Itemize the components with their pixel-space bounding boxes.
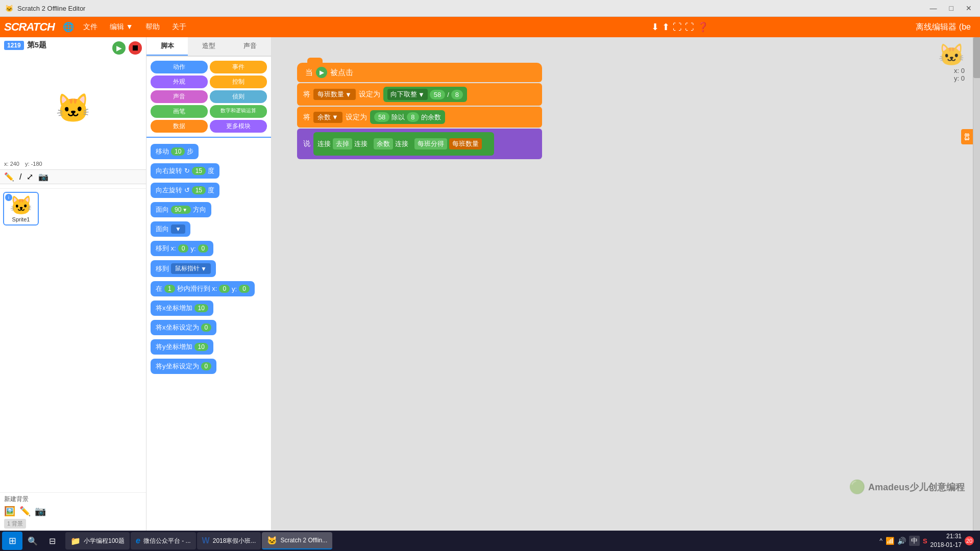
hat-block[interactable]: 当 ▶ 被点击 — [297, 63, 542, 82]
close-button[interactable]: ✕ — [963, 3, 975, 13]
taskbar: ⊞ 🔍 ⊟ 📁 小学编程100题 e 微信公众平台 - ... W 2018寒假… — [0, 531, 980, 551]
copy-tool-icon[interactable]: / — [19, 172, 21, 182]
join2-label: 连接 — [354, 139, 368, 148]
help-menu[interactable]: 帮助 — [140, 20, 165, 34]
cat-operators[interactable]: 数字和逻辑运算 — [210, 105, 267, 118]
cat-looks[interactable]: 外观 — [151, 76, 208, 88]
set-var-block1[interactable]: 将 每班数量 ▼ 设定为 向下取整 ▼ 58 / 8 — [297, 83, 542, 106]
grow-tool-icon[interactable]: ⤢ — [27, 172, 33, 182]
antivirus-icon[interactable]: S — [923, 537, 927, 545]
green-flag-button[interactable]: ▶ — [112, 41, 126, 55]
taskbar-search[interactable]: 🔍 — [23, 532, 42, 550]
glide-sec: 1 — [164, 285, 175, 293]
set-var1-varname[interactable]: 每班数量 ▼ — [313, 89, 356, 100]
block-change-x[interactable]: 将x坐标增加 10 — [151, 300, 213, 316]
maximize-button[interactable]: □ — [946, 3, 957, 13]
block-face-target[interactable]: 面向 ▼ — [151, 221, 190, 237]
block-turn-left[interactable]: 向左旋转 ↺ 15 度 — [151, 183, 219, 198]
menubar: SCRATCH 🌐 文件 编辑 ▼ 帮助 关于 ⬇ ⬆ ⛶ ⛶ ❓ 离线编辑器 … — [0, 17, 980, 37]
taskbar-app-scratch[interactable]: 🐱 Scratch 2 Offlin... — [262, 532, 332, 549]
edit-tool-icon[interactable]: ✏️ — [4, 172, 14, 182]
fullscreen-icon[interactable]: ⛶ — [673, 22, 682, 33]
tray-up-arrow[interactable]: ^ — [879, 537, 883, 544]
about-menu[interactable]: 关于 — [167, 20, 191, 34]
cat-sprite-stage: 🐱 — [56, 92, 91, 125]
block-set-y[interactable]: 将y坐标设定为 0 — [151, 359, 216, 374]
move-suffix: 步 — [187, 147, 193, 156]
join-outer: 连接 去掉 连接 余数 连接 每班分得 每班数量 — [313, 132, 494, 156]
op1-name[interactable]: 向下取整 ▼ — [387, 89, 428, 100]
cat-data[interactable]: 数据 — [151, 120, 208, 133]
cat-sound[interactable]: 声音 — [151, 90, 208, 103]
set-var2-varname[interactable]: 余数 ▼ — [313, 112, 342, 123]
cat-pen[interactable]: 画笔 — [151, 105, 208, 118]
expand-tab[interactable]: 83 — [961, 129, 973, 144]
canvas-y: y: 0 — [954, 74, 965, 82]
minimize-button[interactable]: — — [927, 3, 940, 13]
theater-icon[interactable]: ⛶ — [685, 22, 694, 33]
modulo-block: 58 除以 8 的余数 — [370, 110, 445, 124]
sprite1-item[interactable]: i 🐱 Sprite1 — [3, 192, 39, 226]
block-move[interactable]: 移动 10 步 — [151, 144, 199, 159]
sprites-section: i 🐱 Sprite1 新建背景 🖼️ ✏️ 📷 1 背景 — [0, 184, 146, 531]
scratch-taskbar-icon: 🐱 — [267, 536, 277, 545]
file-menu[interactable]: 文件 — [78, 20, 103, 34]
goto-mouse-dropdown[interactable]: 鼠标指针▼ — [171, 263, 211, 274]
notification-badge[interactable]: 20 — [965, 536, 974, 545]
tab-script[interactable]: 脚本 — [146, 37, 188, 56]
logo-text: SCRATCH — [4, 20, 55, 33]
taskbar-app-edge1[interactable]: e 微信公众平台 - ... — [131, 532, 196, 549]
edit-menu[interactable]: 编辑 ▼ — [105, 20, 138, 34]
stop-button[interactable]: ⏹ — [129, 41, 142, 55]
start-button[interactable]: ⊞ — [2, 532, 22, 550]
backdrop-camera-icon[interactable]: 📷 — [35, 506, 46, 517]
block-goto-xy[interactable]: 移到 x: 0 y: 0 — [151, 241, 213, 256]
block-face-direction[interactable]: 面向 90▼ 方向 — [151, 202, 211, 217]
cat-sensing[interactable]: 侦则 — [210, 90, 267, 103]
say-block[interactable]: 说 连接 去掉 连接 余数 连接 每班分得 每班数量 — [297, 129, 542, 159]
lang-icon[interactable]: 中 — [909, 536, 920, 546]
set-var-block2[interactable]: 将 余数 ▼ 设定为 58 除以 8 的余数 — [297, 107, 542, 128]
download-icon[interactable]: ⬇ — [651, 21, 659, 33]
goto-x: 0 — [178, 244, 189, 253]
set-x-label: 将x坐标设定为 — [156, 323, 199, 332]
change-x-label: 将x坐标增加 — [156, 304, 192, 313]
new-backdrop-label: 新建背景 — [4, 495, 142, 504]
taskbar-app-word[interactable]: W 2018寒假小班... — [197, 532, 261, 549]
wifi-icon[interactable]: 📶 — [886, 537, 894, 545]
tab-costume[interactable]: 造型 — [188, 37, 229, 56]
cat-control[interactable]: 控制 — [210, 76, 267, 88]
shrink-tool-icon[interactable]: 📷 — [38, 172, 48, 182]
block-set-x[interactable]: 将x坐标设定为 0 — [151, 320, 216, 335]
cat-motion[interactable]: 动作 — [151, 61, 208, 73]
glide-prefix: 在 — [156, 284, 162, 293]
offline-label: 离线编辑器 (be — [916, 22, 971, 33]
taskbar-app-files[interactable]: 📁 小学编程100题 — [65, 532, 130, 549]
block-glide[interactable]: 在 1 秒内滑行到 x: 0 y: 0 — [151, 281, 255, 296]
sprite1-image: 🐱 — [10, 195, 33, 216]
new-backdrop-section: 新建背景 🖼️ ✏️ 📷 1 背景 — [0, 492, 146, 531]
face-target-dropdown[interactable]: ▼ — [171, 224, 185, 234]
block-goto-mouse[interactable]: 移到 鼠标指针▼ — [151, 260, 216, 277]
block-change-y[interactable]: 将y坐标增加 10 — [151, 339, 213, 355]
face-target-label: 面向 — [156, 224, 169, 234]
join3-label: 连接 — [395, 139, 408, 148]
globe-icon[interactable]: 🌐 — [61, 19, 76, 35]
glide-y-label: y: — [232, 285, 237, 293]
help-icon[interactable]: ❓ — [697, 21, 708, 33]
tab-sound[interactable]: 声音 — [230, 37, 271, 56]
backdrop-paint-icon[interactable]: 🖼️ — [4, 506, 15, 517]
divider — [146, 137, 271, 138]
backdrop-pencil-icon[interactable]: ✏️ — [19, 506, 31, 517]
canvas-xy-display: x: 0 y: 0 — [954, 67, 965, 82]
taskbar-view[interactable]: ⊟ — [43, 532, 61, 550]
sound-icon[interactable]: 🔊 — [897, 537, 906, 545]
cat-events[interactable]: 事件 — [210, 61, 267, 73]
block-turn-right[interactable]: 向右旋转 ↻ 15 度 — [151, 163, 219, 179]
scroll-bar-right[interactable] — [973, 37, 980, 531]
upload-icon[interactable]: ⬆ — [662, 21, 670, 33]
edge1-icon: e — [136, 536, 140, 545]
cat-more[interactable]: 更多模块 — [210, 120, 267, 133]
backdrop-tools: 🖼️ ✏️ 📷 — [4, 504, 142, 519]
hat-flag: ▶ — [316, 67, 327, 78]
